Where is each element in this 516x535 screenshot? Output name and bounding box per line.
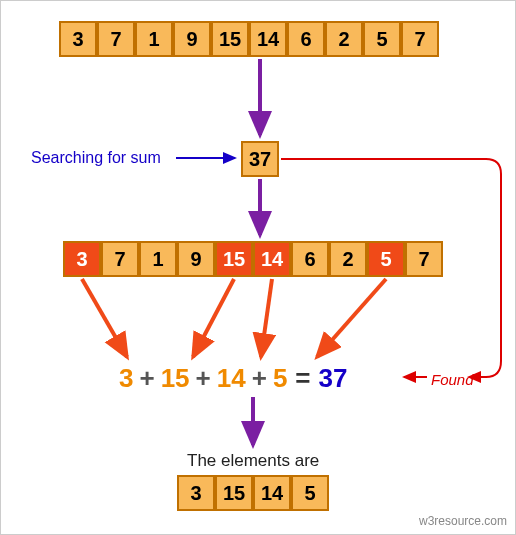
target-cell-wrap: 37 — [241, 141, 279, 177]
array-cell: 6 — [287, 21, 325, 57]
array-cell: 3 — [59, 21, 97, 57]
array-cell: 7 — [405, 241, 443, 277]
array-cell: 9 — [177, 241, 215, 277]
equation-line: 3+15+14+5=37 — [119, 363, 347, 394]
arrow-diag-icon — [261, 279, 272, 357]
array-cell: 2 — [329, 241, 367, 277]
arrow-diag-icon — [82, 279, 127, 357]
array-cell: 5 — [291, 475, 329, 511]
array-cell: 7 — [97, 21, 135, 57]
array-cell: 2 — [325, 21, 363, 57]
plus-icon: + — [246, 363, 273, 393]
arrow-diag-icon — [317, 279, 386, 357]
array-cell: 3 — [63, 241, 101, 277]
highlighted-array-row: 371915146257 — [63, 241, 443, 277]
plus-icon: + — [190, 363, 217, 393]
array-cell: 9 — [173, 21, 211, 57]
eq-term-0: 3 — [119, 363, 133, 393]
array-cell: 3 — [177, 475, 215, 511]
array-cell: 6 — [291, 241, 329, 277]
eq-term-3: 5 — [273, 363, 287, 393]
array-cell: 1 — [139, 241, 177, 277]
array-cell: 1 — [135, 21, 173, 57]
array-cell: 15 — [215, 475, 253, 511]
array-cell: 15 — [215, 241, 253, 277]
plus-icon: + — [133, 363, 160, 393]
array-cell: 5 — [363, 21, 401, 57]
searching-label: Searching for sum — [31, 149, 161, 167]
eq-term-2: 14 — [217, 363, 246, 393]
eq-term-1: 15 — [161, 363, 190, 393]
array-cell: 15 — [211, 21, 249, 57]
array-cell: 5 — [367, 241, 405, 277]
array-cell: 14 — [253, 241, 291, 277]
result-header: The elements are — [187, 451, 319, 471]
array-cell: 14 — [249, 21, 287, 57]
result-array-row: 315145 — [177, 475, 329, 511]
array-cell: 7 — [401, 21, 439, 57]
input-array-row: 371915146257 — [59, 21, 439, 57]
eq-result: 37 — [319, 363, 348, 393]
target-cell: 37 — [241, 141, 279, 177]
found-label: Found — [431, 371, 474, 388]
array-cell: 14 — [253, 475, 291, 511]
equals-icon: = — [287, 363, 318, 393]
credit-label: w3resource.com — [419, 514, 507, 528]
arrow-diag-icon — [193, 279, 234, 357]
array-cell: 7 — [101, 241, 139, 277]
